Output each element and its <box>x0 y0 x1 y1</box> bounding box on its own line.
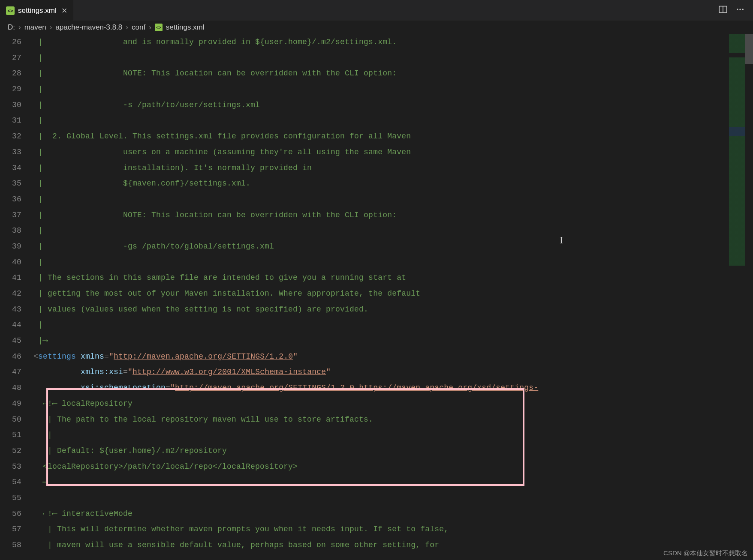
code-line[interactable]: | NOTE: This location can be overridden … <box>33 207 753 223</box>
code-line[interactable]: | The path to the local repository maven… <box>33 412 753 428</box>
line-number: 41 <box>0 270 21 286</box>
more-actions-icon[interactable] <box>736 5 744 16</box>
close-icon[interactable]: × <box>62 6 67 15</box>
line-number: 40 <box>0 255 21 270</box>
line-number: 48 <box>0 380 21 396</box>
line-number-gutter: 2627282930313233343536373839404142434445… <box>0 34 33 560</box>
code-line[interactable]: | installation). It's normally provided … <box>33 160 753 176</box>
line-number: 47 <box>0 364 21 380</box>
svg-point-3 <box>739 9 741 10</box>
chevron-right-icon: › <box>50 23 52 32</box>
watermark-text: CSDN @本仙女暂时不想取名 <box>663 549 748 557</box>
code-line[interactable]: | This will determine whether maven prom… <box>33 521 753 537</box>
breadcrumb-item[interactable]: maven <box>24 23 46 32</box>
code-line[interactable]: | -gs /path/to/global/settings.xml <box>33 239 753 255</box>
code-line[interactable]: | The sections in this sample file are i… <box>33 270 753 286</box>
svg-point-4 <box>742 9 744 10</box>
code-line[interactable]: | Default: ${user.home}/.m2/repository <box>33 443 753 459</box>
line-number: 51 <box>0 427 21 443</box>
line-number: 46 <box>0 349 21 365</box>
line-number: 57 <box>0 521 21 537</box>
code-line[interactable]: xmlns:xsi="http://www.w3.org/2001/XMLSch… <box>33 364 753 380</box>
line-number: 38 <box>0 223 21 239</box>
scrollbar-thumb[interactable] <box>745 34 753 64</box>
code-line[interactable]: | 2. Global Level. This settings.xml fil… <box>33 129 753 144</box>
line-number: 33 <box>0 144 21 160</box>
line-number: 26 <box>0 34 21 50</box>
line-number: 37 <box>0 207 21 223</box>
line-number: 58 <box>0 537 21 553</box>
line-number: 54 <box>0 474 21 490</box>
breadcrumbs[interactable]: D:› maven› apache-maven-3.8.8› conf› <> … <box>0 21 753 34</box>
breadcrumb-item[interactable]: settings.xml <box>166 23 205 32</box>
line-number: 44 <box>0 317 21 333</box>
line-number: 39 <box>0 239 21 255</box>
code-line[interactable]: | <box>33 427 753 443</box>
code-line[interactable]: | <box>33 223 753 239</box>
xml-file-icon: <> <box>155 24 163 31</box>
code-line[interactable]: | ${maven.conf}/settings.xml. <box>33 176 753 192</box>
code-line[interactable]: |⟶ <box>33 333 753 349</box>
code-line[interactable]: <settings xmlns="http://maven.apache.org… <box>33 349 753 365</box>
line-number: 36 <box>0 192 21 207</box>
line-number: 28 <box>0 66 21 81</box>
code-editor[interactable]: 2627282930313233343536373839404142434445… <box>0 34 753 560</box>
code-line[interactable]: ⟶ <box>33 474 753 490</box>
line-number: 43 <box>0 302 21 317</box>
breadcrumb-item[interactable]: conf <box>132 23 145 32</box>
chevron-right-icon: › <box>126 23 128 32</box>
tab-bar: <> settings.xml × <box>0 0 753 21</box>
chevron-right-icon: › <box>18 23 21 32</box>
code-line[interactable]: | values (values used when the setting i… <box>33 302 753 317</box>
line-number: 55 <box>0 490 21 506</box>
code-line[interactable]: | NOTE: This location can be overridden … <box>33 66 753 81</box>
line-number: 34 <box>0 160 21 176</box>
breadcrumb-item[interactable]: apache-maven-3.8.8 <box>55 23 122 32</box>
code-line[interactable]: <localRepository>/path/to/local/repo</lo… <box>33 459 753 475</box>
line-number: 52 <box>0 443 21 459</box>
line-number: 42 <box>0 286 21 302</box>
code-line[interactable]: | <box>33 192 753 207</box>
code-line[interactable]: xsi:schemaLocation="http://maven.apache.… <box>33 380 753 396</box>
line-number: 27 <box>0 50 21 66</box>
line-number: 35 <box>0 176 21 192</box>
code-line[interactable]: | getting the most out of your Maven ins… <box>33 286 753 302</box>
code-line[interactable]: | <box>33 113 753 129</box>
code-line[interactable]: | users on a machine (assuming they're a… <box>33 144 753 160</box>
editor-actions <box>719 5 753 16</box>
tabs-container: <> settings.xml × <box>0 0 73 21</box>
line-number: 56 <box>0 506 21 522</box>
code-line[interactable]: | <box>33 255 753 270</box>
tab-settings-xml[interactable]: <> settings.xml × <box>0 0 73 21</box>
vertical-scrollbar[interactable] <box>745 34 753 560</box>
code-line[interactable]: | <box>33 50 753 66</box>
code-line[interactable]: | and is normally provided in ${user.hom… <box>33 34 753 50</box>
chevron-right-icon: › <box>149 23 151 32</box>
code-line[interactable]: | <box>33 81 753 97</box>
xml-file-icon: <> <box>6 6 15 15</box>
line-number: 53 <box>0 459 21 475</box>
line-number: 32 <box>0 129 21 144</box>
line-number: 29 <box>0 81 21 97</box>
code-line[interactable]: | <box>33 317 753 333</box>
code-line[interactable] <box>33 490 753 506</box>
code-content[interactable]: | and is normally provided in ${user.hom… <box>33 34 753 560</box>
code-line[interactable]: | maven will use a sensible default valu… <box>33 537 753 553</box>
line-number: 45 <box>0 333 21 349</box>
line-number: 30 <box>0 97 21 113</box>
svg-point-2 <box>737 9 738 10</box>
code-line[interactable]: | -s /path/to/user/settings.xml <box>33 97 753 113</box>
line-number: 50 <box>0 412 21 428</box>
tab-title: settings.xml <box>18 6 57 15</box>
line-number: 31 <box>0 113 21 129</box>
code-line[interactable]: ←!⟵ localRepository <box>33 396 753 412</box>
code-line[interactable]: ←!⟵ interactiveMode <box>33 506 753 522</box>
split-editor-icon[interactable] <box>719 5 727 16</box>
breadcrumb-item[interactable]: D: <box>8 23 15 32</box>
line-number: 49 <box>0 396 21 412</box>
